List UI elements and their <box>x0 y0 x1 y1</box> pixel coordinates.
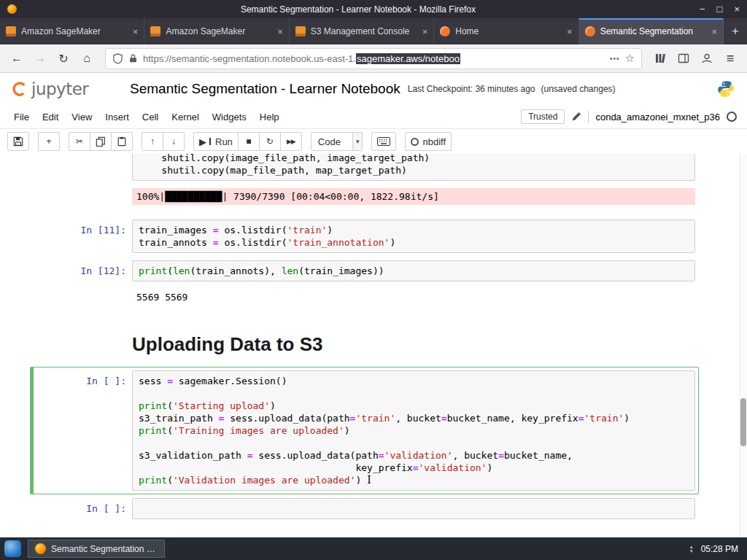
code-token: print <box>139 400 167 411</box>
new-tab-button[interactable]: + <box>724 18 747 44</box>
code-input-area[interactable]: train_images = os.listdir('train')train_… <box>132 219 695 253</box>
tab-close-icon[interactable]: × <box>422 26 428 37</box>
code-cell[interactable]: In [12]:print(len(train_annots), len(tra… <box>30 257 699 285</box>
code-token: = <box>219 413 225 424</box>
section-heading: Uploading Data to S3 <box>132 330 695 360</box>
code-cell[interactable]: In [11]:train_images = os.listdir('train… <box>30 216 699 257</box>
interrupt-kernel-button[interactable]: ■ <box>238 132 260 151</box>
code-cell[interactable]: shutil.copy(image_file_path, image_targe… <box>30 154 699 184</box>
code-line: train_annots = os.listdir('train_annotat… <box>139 236 689 249</box>
cell-body: train_images = os.listdir('train')train_… <box>132 219 695 253</box>
tab-label: Home <box>455 26 562 36</box>
restart-run-all-button[interactable]: ▶▶ <box>280 132 302 151</box>
sidebar-icon[interactable] <box>673 48 694 69</box>
code-input-area[interactable]: print(len(train_annots), len(train_image… <box>132 260 695 281</box>
code-input-area[interactable]: shutil.copy(image_file_path, image_targe… <box>132 154 695 181</box>
minimize-button[interactable]: − <box>700 4 705 14</box>
browser-tab[interactable]: Amazon SageMaker× <box>0 18 144 44</box>
code-line: s3_train_path = sess.upload_data(path='t… <box>139 412 689 424</box>
menu-edit[interactable]: Edit <box>36 108 65 126</box>
window-titlebar[interactable]: Semantic Segmentation - Learner Notebook… <box>0 0 747 18</box>
taskbar-launcher-icon[interactable] <box>4 540 21 557</box>
code-token: = <box>213 237 219 248</box>
browser-tab[interactable]: Home× <box>434 18 578 44</box>
notebook-scroll[interactable]: shutil.copy(image_file_path, image_targe… <box>0 154 747 537</box>
code-cell[interactable]: In [ ]:sess = sagemaker.Session() print(… <box>30 367 699 494</box>
move-cell-up-button[interactable]: ↑ <box>142 132 163 151</box>
browser-tab[interactable]: Amazon SageMaker× <box>144 18 289 44</box>
reload-button[interactable]: ↻ <box>53 48 74 69</box>
page-actions-icon[interactable]: ••• <box>610 55 620 63</box>
copy-cell-button[interactable] <box>90 132 112 151</box>
nbdiff-button[interactable]: nbdiff <box>405 132 452 151</box>
markdown-cell[interactable]: Uploading Data to S3 <box>30 327 699 364</box>
shield-icon[interactable] <box>112 53 123 64</box>
code-token: = <box>498 450 504 461</box>
scrollbar[interactable] <box>740 154 747 537</box>
jupyter-header: jupyter Semantic Segmentation - Learner … <box>0 73 747 105</box>
stream-cell[interactable]: 100%|██████████| 7390/7390 [00:04<00:00,… <box>30 184 699 209</box>
menu-kernel[interactable]: Kernel <box>165 108 206 126</box>
tab-close-icon[interactable]: × <box>277 26 283 37</box>
notebook-title[interactable]: Semantic Segmentation - Learner Notebook <box>130 81 400 97</box>
menu-insert[interactable]: Insert <box>98 108 136 126</box>
menu-view[interactable]: View <box>65 108 98 126</box>
run-button[interactable]: ▶ Run <box>193 132 239 151</box>
code-token: = <box>167 376 173 386</box>
cut-cell-button[interactable]: ✂ <box>69 132 90 151</box>
menu-icon[interactable]: ≡ <box>719 48 741 69</box>
scrollbar-thumb[interactable] <box>740 398 746 446</box>
code-token: print <box>139 265 167 276</box>
tab-label: Amazon SageMaker <box>166 26 272 36</box>
lock-icon[interactable] <box>128 53 138 63</box>
cell-type-select[interactable]: Code ▾ <box>311 132 363 151</box>
tab-close-icon[interactable]: × <box>567 26 573 37</box>
command-palette-button[interactable] <box>371 132 396 151</box>
maximize-button[interactable]: □ <box>717 4 723 14</box>
tray-indicator-icon[interactable]: ▲ ▼ <box>689 545 694 553</box>
menu-file[interactable]: File <box>7 108 36 126</box>
restart-kernel-button[interactable]: ↻ <box>259 132 281 151</box>
code-input-area[interactable] <box>132 498 695 519</box>
account-icon[interactable] <box>696 48 718 69</box>
code-line: print('Validation images are uploaded')I <box>139 474 689 486</box>
aws-favicon <box>295 26 306 36</box>
code-line: print('Starting upload') <box>139 400 689 412</box>
library-icon[interactable] <box>649 48 671 69</box>
tab-bar: Amazon SageMaker×Amazon SageMaker×S3 Man… <box>0 18 747 44</box>
menu-cell[interactable]: Cell <box>136 108 165 126</box>
add-cell-button[interactable]: + <box>38 132 60 151</box>
bookmark-star-icon[interactable]: ☆ <box>625 52 635 65</box>
close-button[interactable]: × <box>734 4 740 14</box>
code-token: len <box>282 265 298 276</box>
forward-button[interactable]: → <box>29 48 51 69</box>
save-button[interactable] <box>7 132 29 151</box>
url-bar[interactable]: https://semantic-segmentation.notebook.u… <box>105 48 642 69</box>
browser-tab[interactable]: Semantic Segmentation× <box>579 18 724 44</box>
output-cell[interactable]: 5569 5569 <box>30 285 699 309</box>
jupyter-logo[interactable]: jupyter <box>12 79 118 98</box>
cell-body <box>132 498 695 519</box>
code-cell[interactable]: In [ ]: <box>30 494 699 523</box>
home-button[interactable]: ⌂ <box>76 48 98 69</box>
menu-widgets[interactable]: Widgets <box>206 108 253 126</box>
nbdiff-icon <box>411 138 419 146</box>
browser-tab[interactable]: S3 Management Console× <box>290 18 434 44</box>
paste-cell-button[interactable] <box>111 132 133 151</box>
move-cell-down-button[interactable]: ↓ <box>163 132 185 151</box>
trusted-badge: Trusted <box>521 109 565 124</box>
code-token: 'validation' <box>419 462 487 473</box>
taskbar-window-button[interactable]: Semantic Segmentation - Le... <box>28 540 165 558</box>
code-input-area[interactable]: sess = sagemaker.Session() print('Starti… <box>132 370 695 491</box>
cell-body: print(len(train_annots), len(train_image… <box>132 260 695 281</box>
code-token: = <box>213 225 219 236</box>
cell-body: 100%|██████████| 7390/7390 [00:04<00:00,… <box>132 188 695 205</box>
tab-close-icon[interactable]: × <box>711 26 717 37</box>
menu-help[interactable]: Help <box>253 108 286 126</box>
back-button[interactable]: ← <box>6 48 28 69</box>
url-text[interactable]: https://semantic-segmentation.notebook.u… <box>143 53 605 64</box>
code-token: = <box>578 413 584 424</box>
tab-label: S3 Management Console <box>311 26 417 36</box>
tab-close-icon[interactable]: × <box>133 26 139 37</box>
execution-output: 5569 5569 <box>132 289 695 306</box>
